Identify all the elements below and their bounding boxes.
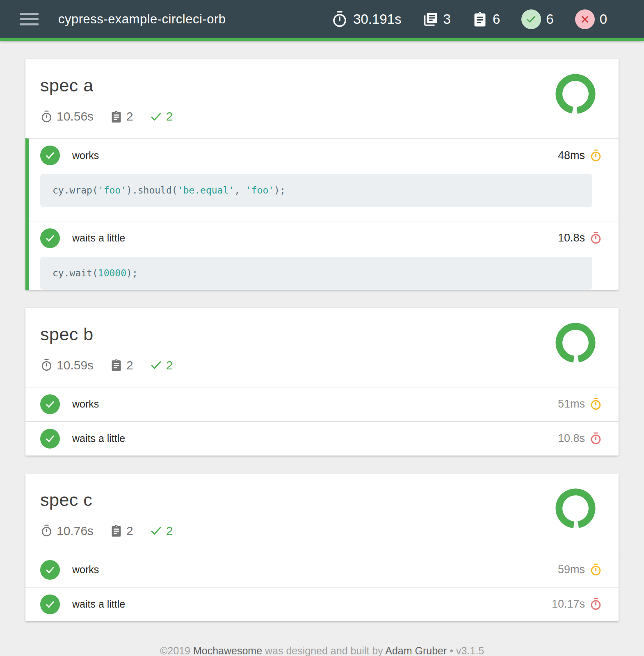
suite-meta: 10.76s 2 2: [40, 524, 604, 538]
test-code-snippet: cy.wait(10000);: [40, 257, 592, 290]
test-name: works: [72, 398, 99, 410]
suite-pass-count: 2: [150, 358, 173, 372]
suite-test-count: 2: [110, 358, 133, 372]
tests-icon: [110, 110, 123, 123]
test-name: works: [72, 564, 99, 576]
tests-icon: [472, 11, 488, 27]
test-list: works 59ms waits a little 10.17s: [25, 553, 619, 621]
suite-pass-count: 2: [150, 109, 173, 123]
stat-passes: 6: [521, 9, 553, 29]
suite-header: spec c 10.76s 2 2: [25, 474, 619, 553]
suite-test-count: 2: [110, 524, 133, 538]
test-pass-icon: [40, 394, 60, 414]
test-code-snippet: cy.wrap('foo').should('be.equal', 'foo')…: [40, 174, 592, 207]
test-list: works 51ms waits a little 10.8s: [25, 387, 619, 456]
footer: ©2019 Mochawesome was designed and built…: [25, 645, 619, 656]
passes-badge-icon: [521, 9, 541, 29]
stopwatch-icon: [40, 110, 53, 123]
test-row-waits-a-little[interactable]: waits a little 10.17s: [25, 588, 619, 621]
suite-title: spec c: [40, 490, 604, 510]
test-pass-icon: [40, 228, 60, 248]
footer-brand-link[interactable]: Mochawesome: [193, 645, 262, 656]
test-item: works 59ms: [25, 553, 619, 587]
test-item: waits a little 10.17s: [25, 587, 619, 621]
stopwatch-medium-icon: [589, 563, 602, 576]
suite-meta: 10.56s 2 2: [40, 109, 604, 123]
test-name: waits a little: [72, 433, 125, 444]
total-duration: 30.191s: [353, 11, 401, 27]
suite-test-count: 2: [110, 109, 133, 123]
report-body: spec a 10.56s 2 2: [25, 41, 619, 656]
test-row-works[interactable]: works 59ms: [25, 553, 619, 587]
test-pass-icon: [40, 594, 60, 614]
suite-header: spec b 10.59s 2 2: [25, 308, 619, 387]
stopwatch-slow-icon: [589, 598, 602, 610]
tests-icon: [110, 524, 123, 537]
check-icon: [150, 110, 162, 123]
suite-duration: 10.59s: [40, 358, 94, 372]
test-duration: 10.8s: [558, 232, 602, 244]
check-icon: [150, 359, 162, 371]
total-tests: 6: [493, 11, 500, 27]
test-duration: 10.17s: [552, 598, 602, 610]
suite-title: spec b: [40, 324, 604, 344]
report-title: cypress-example-circleci-orb: [58, 12, 226, 27]
pass-percent-donut-chart: [555, 74, 596, 114]
stopwatch-slow-icon: [589, 232, 602, 244]
suite-header: spec a 10.56s 2 2: [25, 59, 619, 138]
test-row-waits-a-little[interactable]: waits a little 10.8s: [25, 422, 619, 456]
suite-duration: 10.56s: [40, 109, 94, 123]
suites-icon: [423, 11, 438, 27]
pass-percent-donut-chart: [555, 323, 596, 363]
test-name: works: [72, 150, 99, 162]
test-item: works 51ms: [25, 387, 619, 421]
suite-card-spec-a: spec a 10.56s 2 2: [25, 59, 619, 290]
footer-author-link[interactable]: Adam Gruber: [385, 645, 447, 656]
test-duration: 48ms: [558, 149, 602, 162]
suite-duration: 10.76s: [40, 524, 94, 538]
test-list: works 48ms cy.wrap('foo').should('be.equ…: [25, 138, 619, 290]
pass-percent-donut-chart: [555, 488, 596, 528]
footer-copyright: ©2019: [160, 645, 193, 656]
test-item: waits a little 10.8s: [25, 421, 619, 456]
test-duration: 10.8s: [558, 432, 602, 445]
footer-middle-text: was designed and built by: [262, 645, 385, 656]
stopwatch-medium-icon: [589, 149, 602, 162]
suite-title: spec a: [40, 75, 604, 96]
test-pass-icon: [40, 429, 60, 449]
test-pass-icon: [40, 560, 60, 580]
check-icon: [150, 524, 162, 537]
stopwatch-icon: [40, 524, 53, 537]
stat-tests: 6: [472, 11, 500, 27]
footer-version: • v3.1.5: [447, 645, 484, 656]
stopwatch-icon: [40, 359, 53, 371]
stopwatch-medium-icon: [589, 398, 602, 410]
total-suites: 3: [443, 11, 451, 27]
tests-icon: [110, 359, 123, 371]
suite-card-spec-b: spec b 10.59s 2 2: [25, 308, 619, 456]
navbar-stats: 30.191s 3 6: [331, 9, 607, 29]
stat-duration: 30.191s: [331, 11, 401, 28]
test-item: waits a little 10.8s cy.wait(10000);: [29, 221, 619, 290]
test-pass-icon: [40, 146, 60, 165]
test-row-works[interactable]: works 51ms: [25, 387, 619, 421]
test-row-waits-a-little[interactable]: waits a little 10.8s: [29, 221, 619, 255]
navbar: cypress-example-circleci-orb 30.191s 3: [0, 0, 644, 41]
total-passes: 6: [546, 11, 553, 27]
suite-pass-count: 2: [150, 524, 173, 538]
suite-card-spec-c: spec c 10.76s 2 2: [25, 474, 619, 621]
total-failures: 0: [600, 11, 607, 27]
test-item: works 48ms cy.wrap('foo').should('be.equ…: [29, 139, 619, 207]
menu-icon[interactable]: [20, 13, 39, 25]
failures-badge-icon: [575, 9, 595, 29]
test-name: waits a little: [72, 598, 125, 610]
test-duration: 51ms: [558, 398, 602, 410]
stat-failures: 0: [575, 9, 607, 29]
stopwatch-slow-icon: [589, 432, 602, 445]
test-row-works[interactable]: works 48ms: [29, 139, 619, 172]
stat-suites: 3: [423, 11, 451, 27]
stopwatch-icon: [331, 11, 348, 28]
suite-meta: 10.59s 2 2: [40, 358, 604, 372]
test-name: waits a little: [72, 232, 125, 244]
test-duration: 59ms: [558, 563, 602, 576]
